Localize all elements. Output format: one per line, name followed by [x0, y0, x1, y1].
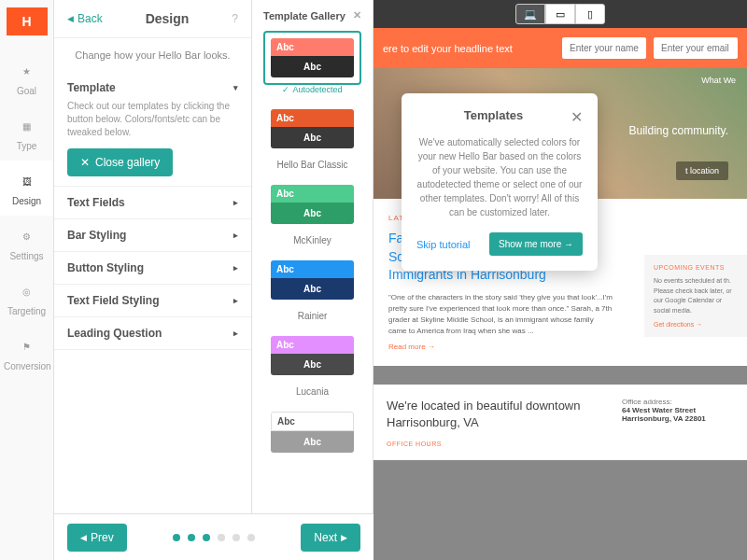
check-icon: ✓ [282, 85, 289, 94]
template-description: Check out our templates by clicking the … [67, 100, 238, 139]
template-name: McKinley [263, 235, 361, 245]
nav-type[interactable]: ▦Type [0, 105, 53, 161]
hours-label: OFFICE HOURS [387, 441, 603, 447]
template-option[interactable]: AbcAbc [263, 404, 361, 460]
close-icon: ✕ [80, 156, 90, 169]
template-gallery: Template Gallery ✕ AbcAbc✓AutodetectedAb… [252, 0, 374, 560]
template-option[interactable]: AbcAbcLucania [263, 329, 361, 397]
gallery-title: Template Gallery [263, 10, 345, 21]
location-title: We're located in beautiful downtown Harr… [387, 398, 603, 431]
step-dot[interactable] [203, 534, 210, 541]
section-leading-question[interactable]: Leading Question▸ [67, 327, 238, 340]
nav-conversion[interactable]: ⚑Conversion [0, 326, 53, 381]
template-option[interactable]: AbcAbcRainier [263, 253, 361, 321]
skip-tutorial-link[interactable]: Skip tutorial [416, 239, 470, 250]
chevron-left-icon: ◀ [67, 14, 74, 23]
help-icon[interactable]: ? [232, 12, 238, 25]
design-panel: ◀Back Design ? Change how your Hello Bar… [54, 0, 252, 560]
events-label: UPCOMING EVENTS [654, 264, 738, 271]
mobile-device-button[interactable]: ▯ [575, 4, 605, 24]
next-button[interactable]: Next▶ [301, 524, 360, 552]
wizard-footer: ◀Prev Next▶ [54, 513, 374, 560]
events-sidebar: UPCOMING EVENTS No events scheduled at t… [644, 255, 747, 337]
popup-title: Templates [416, 108, 571, 126]
step-dot[interactable] [173, 534, 180, 541]
template-option[interactable]: AbcAbc✓Autodetected [263, 31, 361, 94]
directions-link: Get directions → [654, 321, 738, 328]
template-option[interactable]: AbcAbcHello Bar Classic [263, 102, 361, 170]
site-preview: 💻 ▭ ▯ ere to edit your headline text Wha… [374, 0, 747, 560]
chevron-right-icon: ▸ [233, 329, 238, 338]
step-dot[interactable] [218, 534, 225, 541]
app-sidebar: H ★Goal▦Type🖼Design⚙Settings◎Targeting⚑C… [0, 0, 54, 560]
sliders-icon: ⚙ [16, 225, 38, 247]
template-option[interactable]: AbcAbcMcKinley [263, 177, 361, 245]
chevron-right-icon: ▶ [341, 533, 347, 542]
close-icon[interactable]: ✕ [353, 9, 361, 21]
tutorial-popup: Templates ✕ We've automatically selected… [402, 93, 598, 271]
device-toolbar: 💻 ▭ ▯ [374, 0, 747, 28]
logo[interactable]: H [7, 7, 48, 35]
name-input[interactable] [562, 37, 646, 59]
hello-bar-preview: ere to edit your headline text [374, 28, 747, 68]
hero-nav: What We [701, 76, 736, 85]
section-bar-styling[interactable]: Bar Styling▸ [67, 229, 238, 242]
hero-tagline: Building community. [629, 124, 729, 137]
chevron-right-icon: ▸ [233, 296, 238, 305]
flag-icon: ⚑ [16, 335, 38, 357]
hero-button: t location [676, 161, 728, 180]
panel-subtitle: Change how your Hello Bar looks. [54, 38, 251, 72]
email-input[interactable] [654, 37, 738, 59]
template-section-header[interactable]: Template▾ [67, 81, 238, 94]
chevron-left-icon: ◀ [80, 533, 87, 542]
tablet-device-button[interactable]: ▭ [545, 4, 575, 24]
chevron-right-icon: ▸ [233, 231, 238, 240]
show-more-button[interactable]: Show me more → [489, 232, 583, 256]
nav-targeting[interactable]: ◎Targeting [0, 271, 53, 326]
target-icon: ◎ [16, 280, 38, 302]
location-section: We're located in beautiful downtown Harr… [374, 385, 747, 460]
step-dot[interactable] [233, 534, 240, 541]
nav-settings[interactable]: ⚙Settings [0, 216, 53, 271]
close-icon[interactable]: ✕ [571, 108, 583, 126]
close-gallery-button[interactable]: ✕Close gallery [67, 148, 173, 176]
back-button[interactable]: ◀Back [67, 12, 103, 25]
headline-text[interactable]: ere to edit your headline text [383, 43, 555, 54]
image-icon: 🖼 [16, 170, 38, 192]
step-dot[interactable] [188, 534, 195, 541]
popup-body: We've automatically selected colors for … [416, 135, 583, 219]
template-name: Hello Bar Classic [263, 160, 361, 170]
chevron-right-icon: ▸ [233, 263, 238, 273]
template-name: Lucania [263, 386, 361, 397]
blog-excerpt: "One of the characters in the story said… [388, 292, 613, 337]
step-indicator [173, 534, 255, 541]
step-dot[interactable] [247, 534, 255, 541]
section-text-field-styling[interactable]: Text Field Styling▸ [67, 294, 238, 307]
grid-icon: ▦ [16, 115, 38, 137]
nav-design[interactable]: 🖼Design [0, 161, 53, 216]
autodetected-label: ✓Autodetected [263, 85, 361, 94]
section-button-styling[interactable]: Button Styling▸ [67, 261, 238, 274]
section-text-fields[interactable]: Text Fields▸ [67, 196, 238, 209]
nav-goal[interactable]: ★Goal [0, 50, 53, 105]
desktop-device-button[interactable]: 💻 [515, 4, 545, 24]
star-icon: ★ [16, 60, 38, 82]
read-more-link: Read more → [388, 343, 732, 351]
chevron-down-icon: ▾ [233, 83, 238, 92]
prev-button[interactable]: ◀Prev [67, 524, 127, 552]
template-name: Rainier [263, 311, 361, 321]
panel-title: Design [103, 11, 233, 26]
chevron-right-icon: ▸ [233, 198, 238, 207]
